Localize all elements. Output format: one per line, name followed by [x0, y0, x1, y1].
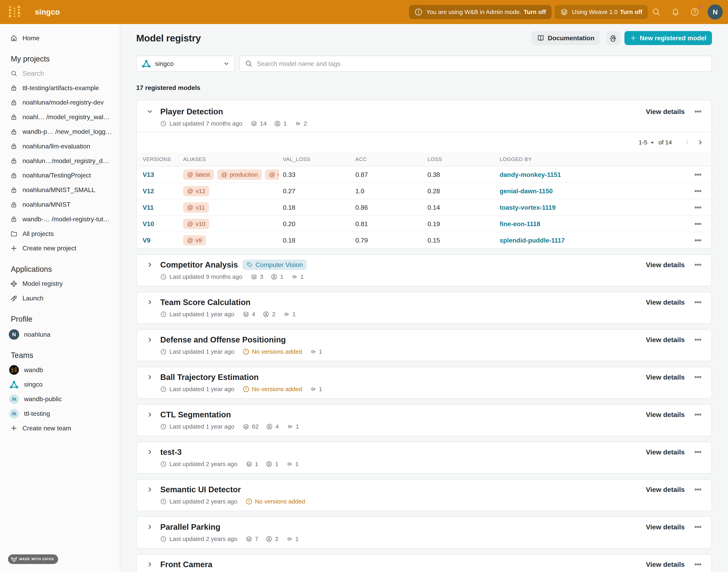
expand-chevron-icon[interactable]: [144, 561, 156, 568]
sidebar-search-input[interactable]: Search: [0, 66, 120, 81]
alias-chip[interactable]: @production: [217, 169, 262, 180]
gifox-badge[interactable]: MADE WITH GIFOX: [8, 554, 58, 564]
kebab-menu-icon[interactable]: [694, 298, 702, 306]
view-details-button[interactable]: View details: [646, 561, 685, 568]
kebab-menu-icon[interactable]: [694, 261, 702, 269]
wandb-logo-icon[interactable]: [8, 5, 20, 19]
model-name[interactable]: Player Detection: [160, 107, 223, 116]
view-details-button[interactable]: View details: [646, 448, 685, 456]
sidebar-item-create-project[interactable]: Create new project: [0, 241, 120, 256]
version-link[interactable]: V13: [143, 171, 183, 178]
sidebar-item-team-singco[interactable]: singco: [0, 377, 120, 392]
kebab-menu-icon[interactable]: [694, 336, 702, 344]
user-avatar[interactable]: N: [708, 4, 723, 20]
sidebar-item-launch[interactable]: Launch: [0, 291, 120, 306]
model-name[interactable]: Team Score Calculation: [160, 298, 251, 307]
admin-turn-off-button[interactable]: Turn off: [524, 9, 546, 15]
version-link[interactable]: V11: [143, 204, 183, 211]
logged-by-run-link[interactable]: toasty-vortex-1119: [500, 204, 694, 211]
sidebar-item-project[interactable]: ttl-testing/artifacts-example: [0, 81, 120, 95]
weave-banner[interactable]: Using Weave 1.0 Turn off: [555, 5, 648, 19]
model-name[interactable]: Competitor Analysis: [160, 260, 238, 269]
alias-chip[interactable]: @v9: [183, 235, 206, 245]
expand-chevron-icon[interactable]: [144, 261, 156, 268]
pagination-prev-icon[interactable]: [682, 138, 692, 147]
sidebar-item-home[interactable]: Home: [0, 31, 120, 46]
model-search-input[interactable]: [257, 60, 706, 68]
model-name[interactable]: Ball Trajectory Estimation: [160, 373, 259, 382]
row-kebab-menu-icon[interactable]: [694, 204, 702, 212]
alias-chip[interactable]: @v10: [183, 219, 209, 229]
help-icon[interactable]: [689, 7, 700, 17]
view-details-button[interactable]: View details: [646, 108, 685, 116]
sidebar-item-profile[interactable]: N noahluna: [0, 327, 120, 342]
view-details-button[interactable]: View details: [646, 298, 685, 306]
sidebar-item-team-wandb-public[interactable]: wandb-public: [0, 392, 120, 406]
view-details-button[interactable]: View details: [646, 373, 685, 381]
notifications-bell-icon[interactable]: [670, 7, 681, 17]
documentation-button[interactable]: Documentation: [531, 31, 600, 45]
logged-by-run-link[interactable]: splendid-puddle-1117: [500, 237, 694, 244]
row-kebab-menu-icon[interactable]: [694, 171, 702, 178]
kebab-menu-icon[interactable]: [694, 560, 702, 568]
model-tag[interactable]: Computer Vision: [243, 260, 307, 270]
expand-chevron-icon[interactable]: [144, 523, 156, 530]
kebab-menu-icon[interactable]: [694, 411, 702, 419]
model-name[interactable]: CTL Segmentation: [160, 410, 231, 419]
sidebar-item-all-projects[interactable]: All projects: [0, 226, 120, 241]
expand-chevron-icon[interactable]: [144, 299, 156, 306]
admin-mode-banner[interactable]: You are using W&B in Admin mode. Turn of…: [409, 5, 551, 19]
row-kebab-menu-icon[interactable]: [694, 187, 702, 195]
entity-select[interactable]: singco: [136, 56, 235, 72]
sidebar-item-model-registry[interactable]: Model registry: [0, 276, 120, 291]
pagination-range-dropdown[interactable]: 1-5: [639, 139, 655, 146]
model-name[interactable]: Front Camera: [160, 560, 212, 569]
sidebar-item-project[interactable]: noahluna/MNIST: [0, 197, 120, 212]
logged-by-run-link[interactable]: dandy-monkey-1151: [500, 171, 694, 178]
logged-by-run-link[interactable]: genial-dawn-1150: [500, 188, 694, 195]
expand-chevron-icon[interactable]: [144, 411, 156, 418]
new-registered-model-button[interactable]: New registered model: [624, 31, 712, 45]
view-details-button[interactable]: View details: [646, 336, 685, 344]
view-details-button[interactable]: View details: [646, 261, 685, 269]
sidebar-item-team-wandb[interactable]: wandb: [0, 363, 120, 377]
pagination-next-icon[interactable]: [696, 138, 705, 147]
sidebar-item-project[interactable]: wandb-p… /new_model_logg…: [0, 124, 120, 139]
logged-by-run-link[interactable]: fine-eon-1118: [500, 220, 694, 228]
settings-button[interactable]: [606, 31, 620, 45]
kebab-menu-icon[interactable]: [694, 486, 702, 494]
row-kebab-menu-icon[interactable]: [694, 220, 702, 228]
alias-chip[interactable]: @v11: [183, 202, 209, 213]
model-name[interactable]: Defense and Offense Positioning: [160, 335, 286, 344]
kebab-menu-icon[interactable]: [694, 448, 702, 456]
sidebar-item-project[interactable]: noahluna/model-registry-dev: [0, 95, 120, 110]
model-name[interactable]: Parallel Parking: [160, 522, 220, 531]
sidebar-item-project[interactable]: noahluna/MNIST_SMALL: [0, 183, 120, 197]
kebab-menu-icon[interactable]: [694, 373, 702, 381]
alias-chip[interactable]: @latest: [183, 169, 214, 180]
sidebar-item-project[interactable]: noahlun…/model_registry_d…: [0, 154, 120, 168]
kebab-menu-icon[interactable]: [694, 523, 702, 531]
view-details-button[interactable]: View details: [646, 523, 685, 531]
collapse-chevron-icon[interactable]: [144, 108, 156, 115]
sidebar-item-project[interactable]: noahluna/llm-evaluation: [0, 139, 120, 154]
sidebar-item-team-ttl-testing[interactable]: ttl-testing: [0, 406, 120, 421]
alias-chip[interactable]: @v13: [265, 169, 279, 180]
alias-chip[interactable]: @v12: [183, 186, 209, 196]
weave-turn-off-button[interactable]: Turn off: [620, 9, 642, 15]
expand-chevron-icon[interactable]: [144, 374, 156, 380]
sidebar-item-create-team[interactable]: Create new team: [0, 421, 120, 436]
navbar-search-icon[interactable]: [651, 7, 661, 17]
version-link[interactable]: V12: [143, 188, 183, 195]
expand-chevron-icon[interactable]: [144, 486, 156, 493]
version-link[interactable]: V10: [143, 220, 183, 228]
navbar-brand[interactable]: singco: [35, 8, 60, 16]
expand-chevron-icon[interactable]: [144, 449, 156, 455]
view-details-button[interactable]: View details: [646, 486, 685, 494]
sidebar-item-project[interactable]: wandb-… /model-registry-tut…: [0, 212, 120, 226]
model-name[interactable]: test-3: [160, 448, 182, 457]
row-kebab-menu-icon[interactable]: [694, 236, 702, 244]
model-name[interactable]: Semantic UI Detector: [160, 485, 241, 494]
sidebar-item-project[interactable]: noahluna/TestingProject: [0, 168, 120, 183]
sidebar-item-project[interactable]: noahl… /model_registry_wal…: [0, 110, 120, 124]
